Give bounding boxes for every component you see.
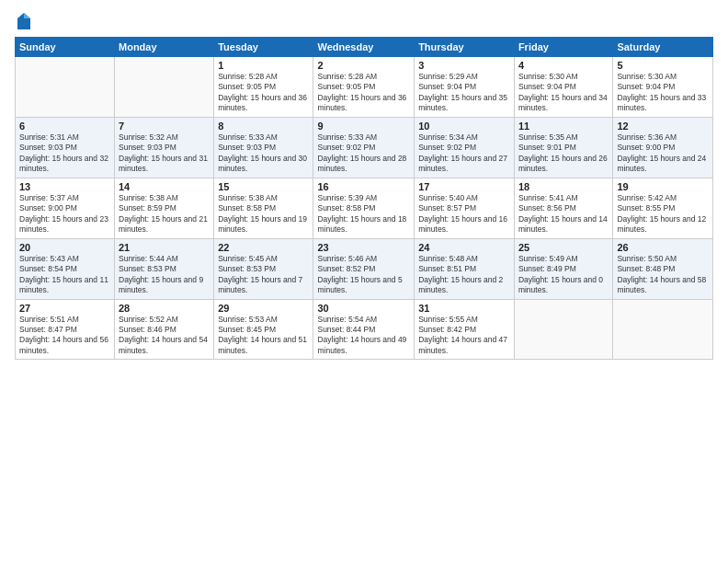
day-number: 1: [218, 60, 309, 71]
calendar-cell: 14Sunrise: 5:38 AMSunset: 8:59 PMDayligh…: [115, 178, 214, 238]
day-detail: Sunrise: 5:35 AMSunset: 9:01 PMDaylight:…: [518, 132, 608, 173]
calendar-cell: 26Sunrise: 5:50 AMSunset: 8:48 PMDayligh…: [613, 238, 713, 299]
day-number: 21: [119, 242, 210, 253]
day-detail: Sunrise: 5:38 AMSunset: 8:58 PMDaylight:…: [218, 193, 307, 234]
day-detail: Sunrise: 5:36 AMSunset: 9:00 PMDaylight:…: [617, 132, 706, 173]
day-detail: Sunrise: 5:45 AMSunset: 8:53 PMDaylight:…: [218, 254, 302, 294]
calendar-cell: 19Sunrise: 5:42 AMSunset: 8:55 PMDayligh…: [613, 178, 713, 238]
day-detail: Sunrise: 5:50 AMSunset: 8:48 PMDaylight:…: [617, 254, 706, 294]
day-detail: Sunrise: 5:41 AMSunset: 8:56 PMDaylight:…: [518, 193, 608, 234]
day-number: 29: [218, 303, 309, 314]
day-detail: Sunrise: 5:32 AMSunset: 9:03 PMDaylight:…: [119, 132, 208, 173]
day-detail: Sunrise: 5:33 AMSunset: 9:02 PMDaylight:…: [317, 132, 406, 173]
calendar-cell: [115, 57, 214, 118]
calendar-week-4: 20Sunrise: 5:43 AMSunset: 8:54 PMDayligh…: [16, 238, 713, 299]
calendar-week-2: 6Sunrise: 5:31 AMSunset: 9:03 PMDaylight…: [16, 117, 713, 178]
day-detail: Sunrise: 5:28 AMSunset: 9:05 PMDaylight:…: [218, 72, 307, 112]
logo: [15, 11, 32, 29]
weekday-header-row: SundayMondayTuesdayWednesdayThursdayFrid…: [16, 38, 713, 57]
calendar-cell: 28Sunrise: 5:52 AMSunset: 8:46 PMDayligh…: [115, 299, 214, 360]
calendar-cell: 20Sunrise: 5:43 AMSunset: 8:54 PMDayligh…: [16, 238, 115, 299]
logo-wordmark: [15, 11, 32, 29]
day-number: 30: [317, 303, 410, 314]
calendar-cell: 16Sunrise: 5:39 AMSunset: 8:58 PMDayligh…: [313, 178, 415, 238]
weekday-header-thursday: Thursday: [415, 38, 515, 57]
day-detail: Sunrise: 5:34 AMSunset: 9:02 PMDaylight:…: [418, 132, 507, 173]
day-number: 28: [119, 303, 210, 314]
day-number: 24: [418, 242, 510, 253]
calendar-cell: 15Sunrise: 5:38 AMSunset: 8:58 PMDayligh…: [214, 178, 313, 238]
calendar-cell: 6Sunrise: 5:31 AMSunset: 9:03 PMDaylight…: [16, 117, 115, 178]
logo-icon: [16, 11, 32, 31]
day-number: 9: [317, 121, 410, 132]
weekday-header-wednesday: Wednesday: [313, 38, 415, 57]
day-detail: Sunrise: 5:51 AMSunset: 8:47 PMDaylight:…: [19, 315, 108, 355]
day-detail: Sunrise: 5:55 AMSunset: 8:42 PMDaylight:…: [418, 315, 507, 355]
day-detail: Sunrise: 5:28 AMSunset: 9:05 PMDaylight:…: [317, 72, 406, 112]
day-number: 16: [317, 181, 410, 192]
day-detail: Sunrise: 5:42 AMSunset: 8:55 PMDaylight:…: [617, 193, 706, 234]
weekday-header-tuesday: Tuesday: [214, 38, 313, 57]
calendar-week-1: 1Sunrise: 5:28 AMSunset: 9:05 PMDaylight…: [16, 57, 713, 118]
calendar-cell: 9Sunrise: 5:33 AMSunset: 9:02 PMDaylight…: [313, 117, 415, 178]
day-number: 4: [518, 60, 609, 71]
calendar-cell: 12Sunrise: 5:36 AMSunset: 9:00 PMDayligh…: [613, 117, 713, 178]
day-number: 8: [218, 121, 309, 132]
calendar-week-3: 13Sunrise: 5:37 AMSunset: 9:00 PMDayligh…: [16, 178, 713, 238]
day-number: 19: [617, 181, 709, 192]
calendar-cell: 21Sunrise: 5:44 AMSunset: 8:53 PMDayligh…: [115, 238, 214, 299]
day-detail: Sunrise: 5:44 AMSunset: 8:53 PMDaylight:…: [119, 254, 203, 294]
day-number: 3: [418, 60, 510, 71]
day-number: 11: [518, 121, 609, 132]
svg-marker-1: [24, 13, 30, 18]
calendar-cell: 13Sunrise: 5:37 AMSunset: 9:00 PMDayligh…: [16, 178, 115, 238]
calendar-cell: 1Sunrise: 5:28 AMSunset: 9:05 PMDaylight…: [214, 57, 313, 118]
day-number: 13: [19, 181, 110, 192]
calendar-cell: [16, 57, 115, 118]
day-detail: Sunrise: 5:40 AMSunset: 8:57 PMDaylight:…: [418, 193, 507, 234]
calendar-container: SundayMondayTuesdayWednesdayThursdayFrid…: [0, 0, 728, 563]
day-number: 7: [119, 121, 210, 132]
day-detail: Sunrise: 5:46 AMSunset: 8:52 PMDaylight:…: [317, 254, 402, 294]
day-number: 23: [317, 242, 410, 253]
day-number: 31: [418, 303, 510, 314]
day-number: 6: [19, 121, 110, 132]
calendar-cell: 8Sunrise: 5:33 AMSunset: 9:03 PMDaylight…: [214, 117, 313, 178]
day-number: 15: [218, 181, 309, 192]
day-detail: Sunrise: 5:29 AMSunset: 9:04 PMDaylight:…: [418, 72, 507, 112]
calendar-cell: 18Sunrise: 5:41 AMSunset: 8:56 PMDayligh…: [514, 178, 612, 238]
calendar-cell: 29Sunrise: 5:53 AMSunset: 8:45 PMDayligh…: [214, 299, 313, 360]
day-number: 17: [418, 181, 510, 192]
calendar-cell: 5Sunrise: 5:30 AMSunset: 9:04 PMDaylight…: [613, 57, 713, 118]
weekday-header-sunday: Sunday: [16, 38, 115, 57]
day-number: 10: [418, 121, 510, 132]
day-number: 22: [218, 242, 309, 253]
day-detail: Sunrise: 5:30 AMSunset: 9:04 PMDaylight:…: [518, 72, 608, 112]
calendar-cell: [613, 299, 713, 360]
day-number: 12: [617, 121, 709, 132]
calendar-cell: 10Sunrise: 5:34 AMSunset: 9:02 PMDayligh…: [415, 117, 515, 178]
day-number: 27: [19, 303, 110, 314]
day-detail: Sunrise: 5:38 AMSunset: 8:59 PMDaylight:…: [119, 193, 208, 234]
day-detail: Sunrise: 5:39 AMSunset: 8:58 PMDaylight:…: [317, 193, 406, 234]
calendar-cell: 3Sunrise: 5:29 AMSunset: 9:04 PMDaylight…: [415, 57, 515, 118]
day-number: 25: [518, 242, 609, 253]
day-detail: Sunrise: 5:33 AMSunset: 9:03 PMDaylight:…: [218, 132, 307, 173]
calendar-cell: 24Sunrise: 5:48 AMSunset: 8:51 PMDayligh…: [415, 238, 515, 299]
calendar-cell: 31Sunrise: 5:55 AMSunset: 8:42 PMDayligh…: [415, 299, 515, 360]
day-number: 14: [119, 181, 210, 192]
day-number: 5: [617, 60, 709, 71]
weekday-header-friday: Friday: [514, 38, 612, 57]
weekday-header-monday: Monday: [115, 38, 214, 57]
day-detail: Sunrise: 5:30 AMSunset: 9:04 PMDaylight:…: [617, 72, 706, 112]
calendar-cell: 27Sunrise: 5:51 AMSunset: 8:47 PMDayligh…: [16, 299, 115, 360]
calendar-cell: 17Sunrise: 5:40 AMSunset: 8:57 PMDayligh…: [415, 178, 515, 238]
day-detail: Sunrise: 5:31 AMSunset: 9:03 PMDaylight:…: [19, 132, 108, 173]
calendar-cell: 2Sunrise: 5:28 AMSunset: 9:05 PMDaylight…: [313, 57, 415, 118]
calendar-cell: [514, 299, 612, 360]
calendar-table: SundayMondayTuesdayWednesdayThursdayFrid…: [15, 37, 713, 360]
calendar-cell: 30Sunrise: 5:54 AMSunset: 8:44 PMDayligh…: [313, 299, 415, 360]
calendar-cell: 4Sunrise: 5:30 AMSunset: 9:04 PMDaylight…: [514, 57, 612, 118]
calendar-week-5: 27Sunrise: 5:51 AMSunset: 8:47 PMDayligh…: [16, 299, 713, 360]
calendar-cell: 23Sunrise: 5:46 AMSunset: 8:52 PMDayligh…: [313, 238, 415, 299]
